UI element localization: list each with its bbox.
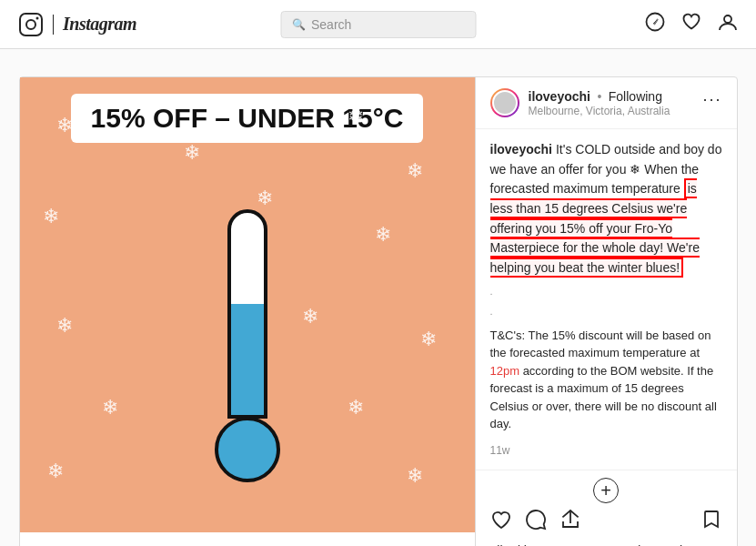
thermometer-bulb (215, 417, 280, 482)
brand-name: Instagram (63, 14, 136, 35)
dots2: . (490, 304, 722, 319)
avatar-image (492, 90, 518, 116)
thermometer-fill (231, 304, 264, 415)
search-bar[interactable]: 🔍 (280, 11, 476, 38)
bookmark-icon[interactable] (701, 509, 722, 536)
avatar[interactable] (490, 88, 519, 117)
tc-highlight: 12pm (490, 364, 520, 378)
search-input[interactable] (311, 17, 448, 32)
thermometer-tube (227, 209, 267, 419)
post-header-left: iloveyochi • Following Melbourne, Victor… (490, 88, 670, 117)
post-username-following: iloveyochi • Following (529, 88, 670, 105)
search-icon: 🔍 (292, 18, 306, 31)
main-content: ❄ ❄ ❄ ❄ ❄ ❄ ❄ ❄ ❄ ❄ ❄ ❄ ❄ ❄ ❄ 15% OFF – … (0, 49, 756, 546)
like-icon[interactable] (490, 509, 512, 536)
post-image: ❄ ❄ ❄ ❄ ❄ ❄ ❄ ❄ ❄ ❄ ❄ ❄ ❄ ❄ ❄ 15% OFF – … (20, 77, 475, 532)
svg-point-2 (36, 16, 39, 19)
post-actions: + (476, 470, 737, 546)
instagram-logo-icon (18, 12, 44, 37)
post-username[interactable]: iloveyochi (529, 89, 590, 104)
heart-icon[interactable] (681, 12, 701, 37)
add-emoji-button[interactable]: + (593, 478, 619, 503)
thermometer (215, 209, 280, 482)
post-user-info: iloveyochi • Following Melbourne, Victor… (529, 88, 670, 117)
post-more-button[interactable]: ··· (702, 90, 721, 109)
comment-icon[interactable] (525, 509, 547, 536)
header-right (645, 12, 738, 37)
svg-rect-0 (20, 14, 42, 35)
svg-point-6 (724, 15, 731, 23)
profile-icon[interactable] (718, 12, 738, 37)
header-center: 🔍 (280, 11, 476, 38)
tc-label: T&C's: (490, 329, 526, 342)
header: Instagram 🔍 (0, 0, 756, 49)
compass-icon[interactable] (645, 12, 665, 37)
post-time: 11w (490, 442, 722, 459)
add-emoji-area: + (490, 478, 722, 503)
header-left: Instagram (18, 12, 136, 37)
post-caption-area: iloveyochiIt's COLD outside and boy do w… (476, 129, 737, 470)
caption-username[interactable]: iloveyochi (490, 142, 552, 157)
caption-block: iloveyochiIt's COLD outside and boy do w… (490, 140, 722, 278)
header-divider (53, 15, 54, 35)
tc-text: T&C's: The 15% discount will be based on… (490, 327, 722, 433)
post-offer-title: 15% OFF – UNDER 15°C (71, 94, 424, 143)
action-icons-row (490, 509, 722, 536)
post-container: ❄ ❄ ❄ ❄ ❄ ❄ ❄ ❄ ❄ ❄ ❄ ❄ ❄ ❄ ❄ 15% OFF – … (19, 76, 738, 546)
share-icon[interactable] (559, 509, 581, 536)
plus-icon: + (600, 481, 611, 500)
svg-point-1 (26, 20, 35, 29)
tc-text-after: according to the BOM website. If the for… (490, 364, 717, 431)
post-info-side: iloveyochi • Following Melbourne, Victor… (475, 77, 737, 546)
post-location: Melbourne, Victoria, Australia (529, 105, 670, 117)
dots1: . (490, 284, 722, 299)
post-following[interactable]: Following (609, 89, 662, 104)
thermometer-area (20, 159, 475, 532)
post-header: iloveyochi • Following Melbourne, Victor… (476, 77, 737, 129)
